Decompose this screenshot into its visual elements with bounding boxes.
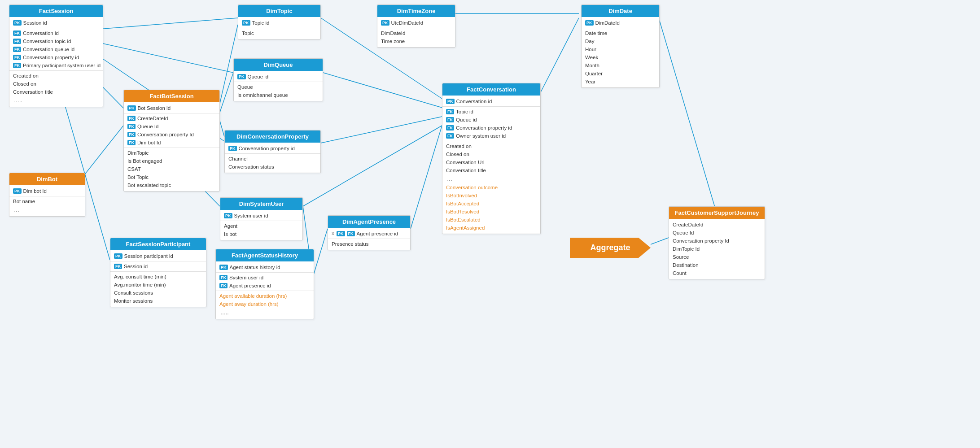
table-row: PKBot Session id xyxy=(124,104,219,112)
fk-badge: FK xyxy=(219,283,228,288)
cell-label: Session id xyxy=(124,264,148,269)
table-row: PKQueue id xyxy=(234,73,323,81)
cell-label: Agent xyxy=(224,223,237,229)
cell-label: DimTopic Id xyxy=(673,246,700,252)
table-row: Topic xyxy=(238,29,320,37)
cell-label: Queue Id xyxy=(137,124,158,129)
pk-badge: PK xyxy=(446,99,455,104)
table-row: FKAgent presence id xyxy=(216,282,314,290)
table-row: IsBotInvolved xyxy=(442,191,540,200)
dim-system-user-header: DimSystemUser xyxy=(220,198,302,210)
cell-label: DimTopic xyxy=(127,150,149,156)
cell-label: IsAgentAssigned xyxy=(446,225,485,231)
fact-agent-status-history-table: FactAgentStatusHistory PKAgent status hi… xyxy=(215,249,314,319)
cell-label: Queue xyxy=(237,84,253,90)
dim-agent-presence-body: X PK FK Agent presence id Presence statu… xyxy=(328,228,410,250)
dim-system-user-table: DimSystemUser PKSystem user id Agent Is … xyxy=(220,197,303,240)
table-row: PKSession id xyxy=(9,19,103,27)
fact-session-participant-body: PKSession participant id FKSession id Av… xyxy=(110,250,206,307)
table-row: FKConversation property Id xyxy=(124,130,219,139)
cell-label: Dim bot Id xyxy=(137,140,161,145)
fk-badge: FK xyxy=(127,140,136,145)
svg-line-5 xyxy=(220,73,233,112)
dim-timezone-header: DimTimeZone xyxy=(377,5,455,17)
cell-label: IsBotEscalated xyxy=(446,217,481,222)
table-row: Date time xyxy=(582,29,659,37)
svg-line-17 xyxy=(651,238,669,244)
table-row: PKSession participant id xyxy=(110,252,206,260)
cell-label: Bot Session id xyxy=(138,105,171,111)
cell-label: Conversation property id xyxy=(456,125,512,130)
cell-label: Queue id xyxy=(456,117,477,122)
pk-badge: PK xyxy=(242,20,250,26)
pk-badge: PK xyxy=(381,20,389,26)
dim-bot-body: PKDim bot Id Bot name … xyxy=(9,185,85,216)
cell-label: Month xyxy=(585,63,599,68)
table-row: PKDim bot Id xyxy=(9,187,85,195)
cell-label: Created on xyxy=(446,144,472,149)
table-row: Queue Id xyxy=(669,229,765,237)
fk-badge: FK xyxy=(13,39,21,44)
cell-label: Topic xyxy=(242,30,254,36)
pk-badge: PK xyxy=(224,213,232,218)
fk-badge: FK xyxy=(446,109,454,114)
cell-label: Conversation id xyxy=(23,30,59,36)
table-row: FKConversation topic id xyxy=(9,37,103,45)
table-row: FKConversation property id xyxy=(442,124,540,132)
table-row: Consult sessions xyxy=(110,289,206,297)
dim-topic-table: DimTopic PKTopic id Topic xyxy=(238,4,321,39)
table-row: PKAgent status history id xyxy=(216,263,314,271)
cell-label: Conversation topic id xyxy=(23,39,71,44)
table-row: Conversation title xyxy=(9,88,103,96)
cell-label: Bot name xyxy=(13,199,35,204)
table-dots: ….. xyxy=(9,96,103,105)
table-row: FKConversation property id xyxy=(9,53,103,61)
fact-conversation-table: FactConversation PKConversation id FKTop… xyxy=(442,83,541,234)
table-row: Created on xyxy=(9,72,103,80)
pk-badge: PK xyxy=(13,188,22,194)
pk-badge: PK xyxy=(228,146,237,151)
fact-session-table: FactSession PKSession id FKConversation … xyxy=(9,4,103,107)
dim-timezone-table: DimTimeZone PKUtcDimDateId DimDateId Tim… xyxy=(377,4,455,48)
dim-agent-presence-table: DimAgentPresence X PK FK Agent presence … xyxy=(328,215,411,250)
cell-label: Agent away duration (hrs) xyxy=(219,301,279,307)
table-row: Bot name xyxy=(9,197,85,205)
table-row: Hour xyxy=(582,45,659,53)
cell-label: Count xyxy=(673,270,687,276)
cell-label: Agent status history id xyxy=(230,265,280,270)
fk-badge: FK xyxy=(446,125,454,130)
fk-badge: FK xyxy=(13,47,21,52)
pk-badge: PK xyxy=(13,20,22,26)
table-row: FKOwner system user id xyxy=(442,132,540,140)
table-row: Is omnichannel queue xyxy=(234,91,323,99)
table-row: Avg. consult time (min) xyxy=(110,273,206,281)
cell-label: Conversation title xyxy=(446,168,486,173)
pk-badge: PK xyxy=(337,231,345,236)
table-row: PKSystem user id xyxy=(220,212,302,220)
aggregate-arrow: Aggregate xyxy=(570,238,651,258)
dim-queue-header: DimQueue xyxy=(234,59,323,71)
cell-label: Closed on xyxy=(446,152,469,157)
fact-customer-support-journey-header: FactCustomerSupportJourney xyxy=(669,207,765,219)
cell-label: Consult sessions xyxy=(114,290,153,296)
cell-label: Closed on xyxy=(13,81,36,87)
table-row: Agent xyxy=(220,222,302,230)
table-row: Bot escalated topic xyxy=(124,181,219,189)
cell-label: Week xyxy=(585,55,598,60)
table-row: FKTopic id xyxy=(442,108,540,116)
cell-label: Hour xyxy=(585,47,596,52)
table-row: Created on xyxy=(442,142,540,150)
table-row: Year xyxy=(582,78,659,86)
cell-label: Conversation title xyxy=(13,89,53,95)
fact-agent-status-history-body: PKAgent status history id FKSystem user … xyxy=(216,261,314,319)
table-row: Month xyxy=(582,61,659,70)
cell-label: Created on xyxy=(13,73,39,78)
svg-line-13 xyxy=(538,18,579,96)
pk-badge: PK xyxy=(585,20,594,26)
cell-label: Conversation queue id xyxy=(23,47,74,52)
dim-agent-presence-header: DimAgentPresence xyxy=(328,216,410,228)
pk-badge: PK xyxy=(219,265,228,270)
dim-date-table: DimDate PKDimDateId Date time Day Hour W… xyxy=(581,4,660,88)
fact-session-header: FactSession xyxy=(9,5,103,17)
cell-label: Avg.monitor time (min) xyxy=(114,282,166,287)
